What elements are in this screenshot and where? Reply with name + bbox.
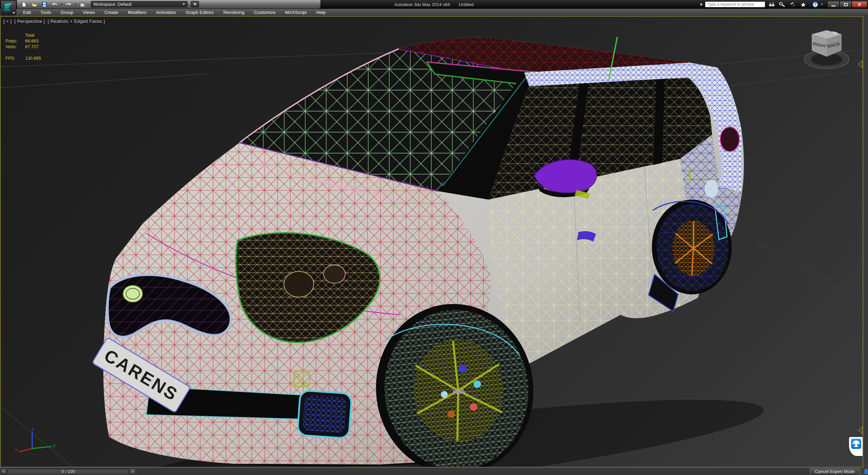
axis-y-label: y xyxy=(53,443,55,448)
stats-verts-label: Verts: xyxy=(5,44,20,50)
menu-help[interactable]: Help xyxy=(312,9,331,16)
menu-customize[interactable]: Customize xyxy=(249,9,280,16)
viewport-menu-shading[interactable]: [ Realistic + Edged Faces ] xyxy=(47,19,105,24)
menu-modifiers[interactable]: Modifiers xyxy=(123,9,151,16)
communication-satellite-icon[interactable] xyxy=(789,1,797,8)
teamviewer-flag[interactable]: ◀ ▶ xyxy=(849,437,863,456)
menu-animation[interactable]: Animation xyxy=(151,9,181,16)
3dsmax-logo-icon xyxy=(3,2,14,14)
axis-x-label: x xyxy=(15,447,17,452)
3dsmax-window: Workspace: Default Autodesk 3ds Max 2014… xyxy=(0,0,868,475)
title-bar: Workspace: Default Autodesk 3ds Max 2014… xyxy=(0,0,868,9)
stats-fps-label: FPS: xyxy=(5,55,20,61)
undo-history-caret-icon[interactable] xyxy=(61,4,63,5)
next-frame-button[interactable]: > xyxy=(130,469,136,475)
workspace-dropdown[interactable]: Workspace: Default xyxy=(91,1,188,7)
viewport-statistics: Total Polys: 68,683 Verts: 67,727 FPS: 1… xyxy=(5,32,41,61)
flyout-caret-icon xyxy=(194,4,196,6)
stats-total-label: Total xyxy=(25,32,34,38)
project-folder-button[interactable] xyxy=(78,1,87,8)
car-model-kia-carens[interactable]: CARENS KIA xyxy=(1,17,863,467)
wheel-hub-text: KIA xyxy=(452,387,466,397)
app-title: Autodesk 3ds Max 2014 x64 xyxy=(394,2,450,7)
app-menu-caret-icon xyxy=(13,12,15,14)
redo-history-caret-icon[interactable] xyxy=(75,4,77,5)
undo-button[interactable] xyxy=(50,1,59,8)
track-bar[interactable] xyxy=(136,468,810,475)
fog-lamp-mesh xyxy=(302,395,347,433)
redo-button[interactable] xyxy=(64,1,73,8)
menu-create[interactable]: Create xyxy=(100,9,123,16)
panel-expander-bottom-icon[interactable] xyxy=(858,426,863,434)
headlight-projector-1 xyxy=(284,271,314,297)
perspective-viewport[interactable]: CARENS KIA xyxy=(0,16,863,468)
rear-reflector xyxy=(705,179,718,198)
menu-rendering[interactable]: Rendering xyxy=(219,9,249,16)
open-file-button[interactable] xyxy=(30,1,39,8)
stats-polys-label: Polys: xyxy=(5,38,20,44)
viewport-menu-view[interactable]: [ Perspective ] xyxy=(14,19,45,24)
stats-fps-value: 130.995 xyxy=(25,55,41,61)
new-scene-button[interactable] xyxy=(20,1,28,8)
menu-tools[interactable]: Tools xyxy=(36,9,56,16)
document-title: Untitled xyxy=(459,2,474,7)
save-file-button[interactable] xyxy=(40,1,49,8)
minimize-button[interactable] xyxy=(827,1,840,8)
sign-in-key-icon[interactable] xyxy=(778,1,786,8)
time-slider[interactable]: 0 / 100 xyxy=(7,469,129,474)
application-menu-button[interactable] xyxy=(1,0,16,15)
info-center: ? ✕ xyxy=(701,0,867,9)
search-input[interactable] xyxy=(705,1,765,7)
toolbar-flyout-button[interactable] xyxy=(191,1,199,7)
workspace-label: Workspace: Default xyxy=(93,2,132,7)
window-controls: ✕ xyxy=(827,1,867,8)
taskbar-corner-icon xyxy=(865,469,868,474)
viewcube[interactable]: RIGHT BACK xyxy=(799,24,856,75)
panel-expander-top-icon[interactable] xyxy=(858,60,863,68)
viewport-menu-plus[interactable]: [ + ] xyxy=(3,19,12,24)
workspace-caret-icon xyxy=(182,3,185,5)
axis-z-label: z xyxy=(31,428,34,432)
collapsed-command-panel[interactable] xyxy=(863,16,868,468)
stats-polys-value: 68,683 xyxy=(25,38,39,44)
infocenter-collapse-icon[interactable] xyxy=(701,3,703,6)
menu-bar: Edit Tools Group Views Create Modifiers … xyxy=(0,9,868,16)
menu-edit[interactable]: Edit xyxy=(18,9,36,16)
stats-verts-value: 67,727 xyxy=(25,44,39,50)
close-button[interactable]: ✕ xyxy=(852,1,867,8)
menu-maxscript[interactable]: MAXScript xyxy=(280,9,312,16)
help-icon[interactable]: ? xyxy=(812,2,818,7)
search-binoculars-icon[interactable] xyxy=(768,1,776,8)
help-caret-icon[interactable] xyxy=(821,4,823,5)
teamviewer-icon: ◀ ▶ xyxy=(851,439,861,449)
menu-graph-editors[interactable]: Graph Editors xyxy=(181,9,218,16)
maximize-button[interactable] xyxy=(840,1,852,8)
fuel-cap-mesh xyxy=(720,127,739,152)
menu-views[interactable]: Views xyxy=(78,9,100,16)
cancel-expert-mode-button[interactable]: Cancel Expert Mode xyxy=(810,468,860,475)
favorites-star-icon[interactable] xyxy=(799,1,807,8)
world-axis-gizmo: z x y xyxy=(7,428,58,461)
viewport-label[interactable]: [ + ] [ Perspective ] [ Realistic + Edge… xyxy=(3,19,105,24)
quick-access-toolbar: Workspace: Default xyxy=(17,0,320,8)
menu-group[interactable]: Group xyxy=(56,9,78,16)
time-slider-bar: < 0 / 100 > Cancel Expert Mode xyxy=(0,468,868,475)
previous-frame-button[interactable]: < xyxy=(1,469,7,475)
headlight-projector-2 xyxy=(323,265,345,283)
